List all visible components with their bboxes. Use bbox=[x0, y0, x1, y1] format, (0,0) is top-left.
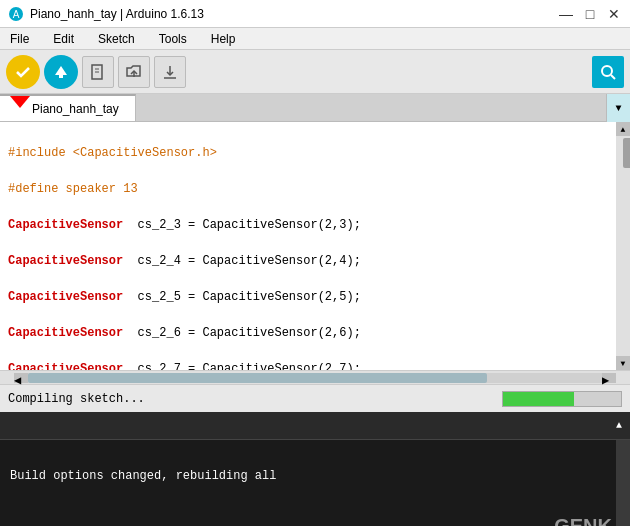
maximize-button[interactable]: □ bbox=[582, 6, 598, 22]
tab-label: Piano_hanh_tay bbox=[32, 102, 119, 116]
new-button[interactable] bbox=[82, 56, 114, 88]
window-controls: — □ ✕ bbox=[558, 6, 622, 22]
menu-help[interactable]: Help bbox=[205, 30, 242, 48]
svg-line-11 bbox=[611, 75, 615, 79]
scroll-thumb[interactable] bbox=[623, 138, 630, 168]
output-content: Build options changed, rebuilding all bbox=[0, 440, 630, 514]
tab-piano[interactable]: Piano_hanh_tay bbox=[0, 94, 136, 121]
svg-text:A: A bbox=[13, 9, 20, 20]
editor-wrapper: #include <CapacitiveSensor.h> #define sp… bbox=[0, 122, 630, 384]
code-line-7: CapacitiveSensor cs_2_7 = CapacitiveSens… bbox=[8, 360, 612, 370]
output-vertical-scrollbar[interactable] bbox=[616, 440, 630, 526]
menu-file[interactable]: File bbox=[4, 30, 35, 48]
code-line-3: CapacitiveSensor cs_2_3 = CapacitiveSens… bbox=[8, 216, 612, 234]
code-line-6: CapacitiveSensor cs_2_6 = CapacitiveSens… bbox=[8, 324, 612, 342]
hscroll-right-arrow[interactable]: ▶ bbox=[602, 373, 616, 383]
progress-bar bbox=[502, 391, 622, 407]
verify-button[interactable] bbox=[6, 55, 40, 89]
menu-tools[interactable]: Tools bbox=[153, 30, 193, 48]
status-bar: Compiling sketch... bbox=[0, 384, 630, 412]
svg-point-10 bbox=[602, 66, 612, 76]
tab-arrow-indicator bbox=[10, 96, 30, 108]
minimize-button[interactable]: — bbox=[558, 6, 574, 22]
scroll-down-arrow[interactable]: ▼ bbox=[616, 356, 630, 370]
output-panel: ▲ Build options changed, rebuilding all … bbox=[0, 412, 630, 526]
menu-edit[interactable]: Edit bbox=[47, 30, 80, 48]
code-content: #include <CapacitiveSensor.h> #define sp… bbox=[0, 122, 630, 370]
menu-sketch[interactable]: Sketch bbox=[92, 30, 141, 48]
svg-rect-3 bbox=[59, 75, 63, 78]
hscroll-left-arrow[interactable]: ◀ bbox=[14, 373, 28, 383]
code-line-1: #include <CapacitiveSensor.h> bbox=[8, 144, 612, 162]
editor-horizontal-scrollbar[interactable]: ◀ ▶ bbox=[0, 370, 630, 384]
code-line-4: CapacitiveSensor cs_2_4 = CapacitiveSens… bbox=[8, 252, 612, 270]
output-header: ▲ bbox=[0, 412, 630, 440]
code-line-5: CapacitiveSensor cs_2_5 = CapacitiveSens… bbox=[8, 288, 612, 306]
hscroll-thumb[interactable] bbox=[28, 373, 487, 383]
app-icon: A bbox=[8, 6, 24, 22]
window-title: Piano_hanh_tay | Arduino 1.6.13 bbox=[30, 7, 558, 21]
upload-button[interactable] bbox=[44, 55, 78, 89]
scroll-up-arrow[interactable]: ▲ bbox=[616, 122, 630, 136]
title-bar: A Piano_hanh_tay | Arduino 1.6.13 — □ ✕ bbox=[0, 0, 630, 28]
editor-vertical-scrollbar[interactable]: ▲ ▼ bbox=[616, 122, 630, 370]
close-button[interactable]: ✕ bbox=[606, 6, 622, 22]
open-button[interactable] bbox=[118, 56, 150, 88]
hscroll-track bbox=[28, 373, 602, 383]
tab-dropdown-button[interactable]: ▼ bbox=[606, 94, 630, 122]
save-button[interactable] bbox=[154, 56, 186, 88]
progress-fill bbox=[503, 392, 574, 406]
compiling-status: Compiling sketch... bbox=[8, 392, 494, 406]
output-scroll-button[interactable]: ▲ bbox=[616, 420, 622, 431]
tab-bar: Piano_hanh_tay ▼ bbox=[0, 94, 630, 122]
svg-marker-2 bbox=[55, 66, 67, 75]
code-line-2: #define speaker 13 bbox=[8, 180, 612, 198]
menu-bar: File Edit Sketch Tools Help bbox=[0, 28, 630, 50]
code-editor[interactable]: #include <CapacitiveSensor.h> #define sp… bbox=[0, 122, 630, 370]
serial-monitor-button[interactable] bbox=[592, 56, 624, 88]
watermark: GENK bbox=[554, 515, 612, 526]
toolbar bbox=[0, 50, 630, 94]
